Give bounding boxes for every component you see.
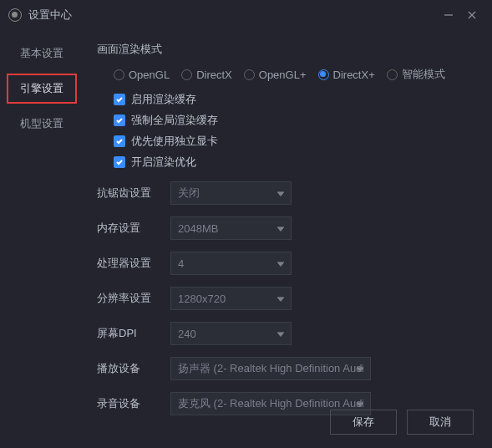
svg-marker-7	[277, 333, 284, 337]
check-icon	[114, 156, 125, 168]
svg-marker-9	[357, 403, 363, 407]
resolution-label: 分辨率设置	[97, 291, 170, 306]
app-logo-icon	[8, 8, 22, 22]
check-icon	[114, 135, 125, 147]
checkbox-render-cache[interactable]: 启用渲染缓存	[97, 92, 474, 107]
sidebar-item-model[interactable]: 机型设置	[0, 109, 84, 139]
chevron-down-icon	[357, 363, 363, 375]
chevron-down-icon	[277, 293, 284, 305]
main-panel: 画面渲染模式 OpenGL DirectX OpenGL+ DirectX+ 智…	[84, 30, 492, 448]
radio-opengl-plus[interactable]: OpenGL+	[244, 69, 307, 81]
window-title: 设置中心	[28, 8, 437, 23]
checkbox-label: 开启渲染优化	[131, 155, 196, 170]
antialias-label: 抗锯齿设置	[97, 186, 170, 201]
playback-select[interactable]: 扬声器 (2- Realtek High Definition Audio)	[170, 357, 371, 380]
radio-directx[interactable]: DirectX	[181, 69, 232, 81]
sidebar-item-engine[interactable]: 引擎设置	[7, 74, 77, 104]
chevron-down-icon	[277, 187, 284, 200]
chevron-down-icon	[357, 398, 363, 410]
select-value: 2048MB	[178, 222, 218, 235]
checkbox-label: 启用渲染缓存	[131, 92, 196, 107]
check-icon	[114, 115, 125, 126]
antialias-select[interactable]: 关闭	[170, 181, 292, 205]
dpi-select[interactable]: 240	[170, 322, 292, 345]
svg-marker-4	[277, 227, 284, 232]
select-value: 关闭	[178, 186, 200, 201]
checkbox-dedicated-gpu[interactable]: 优先使用独立显卡	[97, 134, 474, 149]
select-value: 1280x720	[178, 293, 226, 305]
save-button[interactable]: 保存	[330, 410, 397, 435]
memory-select[interactable]: 2048MB	[170, 216, 292, 240]
render-mode-radios: OpenGL DirectX OpenGL+ DirectX+ 智能模式	[97, 67, 474, 82]
checkbox-label: 优先使用独立显卡	[131, 134, 218, 149]
select-value: 240	[178, 328, 196, 340]
cpu-label: 处理器设置	[97, 256, 170, 271]
chevron-down-icon	[277, 222, 284, 235]
svg-marker-5	[277, 262, 284, 267]
cpu-select[interactable]: 4	[170, 252, 292, 275]
radio-label: OpenGL+	[259, 69, 307, 81]
svg-marker-8	[357, 368, 363, 372]
select-value: 4	[178, 257, 184, 270]
playback-label: 播放设备	[97, 361, 170, 376]
cancel-button[interactable]: 取消	[407, 410, 474, 435]
resolution-select[interactable]: 1280x720	[170, 287, 292, 310]
checkbox-label: 强制全局渲染缓存	[131, 113, 218, 128]
select-value: 扬声器 (2- Realtek High Definition Audio)	[178, 361, 363, 376]
footer-buttons: 保存 取消	[330, 410, 474, 435]
sidebar-item-basic[interactable]: 基本设置	[0, 38, 84, 69]
radio-smart[interactable]: 智能模式	[387, 67, 445, 82]
titlebar: 设置中心	[0, 0, 492, 30]
dpi-label: 屏幕DPI	[97, 326, 170, 341]
close-button[interactable]	[460, 3, 484, 27]
record-label: 录音设备	[97, 396, 170, 411]
svg-marker-6	[277, 298, 284, 302]
svg-marker-3	[277, 192, 284, 196]
chevron-down-icon	[277, 257, 284, 270]
checkbox-render-optimize[interactable]: 开启渲染优化	[97, 155, 474, 170]
memory-label: 内存设置	[97, 221, 170, 236]
radio-label: DirectX	[196, 69, 232, 81]
check-icon	[114, 94, 125, 105]
sidebar: 基本设置 引擎设置 机型设置	[0, 30, 84, 448]
radio-label: DirectX+	[333, 69, 375, 81]
radio-directx-plus[interactable]: DirectX+	[318, 69, 375, 81]
checkbox-global-cache[interactable]: 强制全局渲染缓存	[97, 113, 474, 128]
radio-opengl[interactable]: OpenGL	[114, 69, 170, 81]
radio-label: 智能模式	[402, 67, 445, 82]
radio-label: OpenGL	[129, 69, 170, 81]
minimize-button[interactable]	[437, 3, 460, 27]
chevron-down-icon	[277, 328, 284, 340]
render-mode-title: 画面渲染模式	[97, 42, 474, 57]
